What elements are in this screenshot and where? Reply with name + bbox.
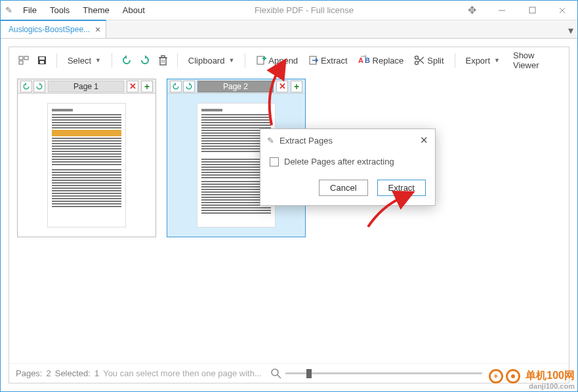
- svg-text:B: B: [365, 56, 370, 64]
- close-button[interactable]: [547, 1, 577, 20]
- toolbar: Select▼ Clipboard▼ Append Extract ABRepl…: [9, 47, 569, 73]
- checkbox-icon[interactable]: [270, 157, 279, 167]
- separator: [245, 53, 245, 68]
- watermark-logo-icon: +: [489, 369, 520, 383]
- dialog-icon: ✎: [267, 136, 274, 146]
- page-label: Page 2: [197, 81, 274, 92]
- window-controls: ✥: [457, 1, 577, 20]
- separator: [56, 53, 57, 68]
- add-page-icon[interactable]: +: [141, 81, 153, 92]
- add-page-icon[interactable]: +: [291, 81, 302, 92]
- tab-label: Auslogics-BoostSpee...: [9, 25, 90, 34]
- extract-confirm-button[interactable]: Extract: [377, 180, 426, 196]
- show-viewer-button[interactable]: Show Viewer: [509, 49, 562, 71]
- replace-button[interactable]: ABReplace: [354, 54, 408, 67]
- delete-after-checkbox[interactable]: Delete Pages after extracting: [270, 157, 426, 167]
- delete-page-icon[interactable]: ✕: [276, 81, 288, 92]
- svg-rect-1: [529, 7, 535, 13]
- content-area: Select▼ Clipboard▼ Append Extract ABRepl…: [1, 39, 577, 391]
- tab-close-icon[interactable]: ×: [95, 24, 100, 35]
- svg-rect-9: [40, 61, 44, 64]
- svg-rect-5: [24, 56, 28, 60]
- chevron-down-icon: ▼: [95, 57, 101, 64]
- selected-label: Selected:: [55, 368, 91, 378]
- svg-rect-15: [257, 56, 264, 64]
- thumbnail-header: Page 2 ✕ +: [167, 79, 305, 94]
- thumbnail-area: Page 1 ✕ +: [9, 73, 569, 363]
- chevron-down-icon: ▼: [494, 57, 500, 64]
- watermark-text: 单机100网: [526, 370, 575, 381]
- split-button[interactable]: Split: [410, 54, 447, 67]
- separator: [112, 53, 112, 68]
- separator: [177, 53, 178, 68]
- status-bar: Pages: 2 Selected: 1 You can select more…: [9, 363, 569, 383]
- work-panel: Select▼ Clipboard▼ Append Extract ABRepl…: [9, 47, 569, 383]
- thumbnail-preview: [18, 94, 155, 237]
- rotate-cw-icon[interactable]: [137, 54, 153, 67]
- svg-rect-6: [19, 61, 23, 64]
- rotate-cw-icon[interactable]: [33, 81, 45, 92]
- svg-rect-4: [19, 56, 23, 60]
- extract-button[interactable]: Extract: [304, 54, 351, 67]
- app-icon: ✎: [1, 5, 16, 15]
- svg-rect-12: [161, 56, 165, 58]
- menu-about[interactable]: About: [116, 5, 152, 15]
- append-button[interactable]: Append: [252, 54, 302, 67]
- dialog-titlebar: ✎ Extract Pages ✕: [260, 129, 435, 151]
- trash-icon[interactable]: [155, 54, 171, 67]
- menu-tools[interactable]: Tools: [43, 5, 76, 15]
- rotate-ccw-icon[interactable]: [170, 81, 182, 92]
- pages-count: 2: [46, 368, 51, 378]
- dialog-close-icon[interactable]: ✕: [420, 134, 428, 146]
- svg-point-25: [272, 369, 278, 376]
- svg-rect-8: [39, 57, 45, 60]
- replace-icon: AB: [358, 56, 370, 65]
- magnifier-icon: [271, 368, 281, 379]
- separator: [455, 53, 455, 68]
- rotate-cw-icon[interactable]: [183, 81, 195, 92]
- append-icon: [256, 55, 266, 66]
- tab-bar: Auslogics-BoostSpee... × ▾: [1, 20, 577, 39]
- window-title: Flexible PDF - Full license: [152, 5, 457, 15]
- page-thumbnail[interactable]: Page 1 ✕ +: [17, 79, 156, 237]
- save-icon[interactable]: [34, 54, 50, 67]
- rotate-ccw-icon[interactable]: [20, 81, 32, 92]
- zoom-handle[interactable]: [306, 369, 312, 378]
- menu-theme[interactable]: Theme: [76, 5, 115, 15]
- watermark: + 单机100网 danji100.com: [489, 369, 575, 390]
- svg-rect-10: [160, 58, 166, 65]
- main-window: ✎ File Tools Theme About Flexible PDF - …: [0, 0, 578, 392]
- status-hint: You can select more then one page with..…: [103, 368, 262, 378]
- clipboard-button[interactable]: Clipboard▼: [184, 54, 239, 67]
- export-button[interactable]: Export▼: [461, 54, 504, 67]
- menu-bar: File Tools Theme About: [16, 5, 152, 15]
- rotate-ccw-icon[interactable]: [119, 54, 134, 67]
- chevron-down-icon: ▼: [228, 57, 234, 64]
- menu-file[interactable]: File: [16, 5, 43, 15]
- page-label: Page 1: [48, 81, 124, 92]
- extract-icon: [308, 55, 318, 66]
- layout-icon-1[interactable]: [16, 54, 31, 67]
- svg-line-26: [278, 375, 281, 378]
- minimize-button[interactable]: [487, 1, 517, 20]
- pages-label: Pages:: [16, 368, 42, 378]
- svg-text:A: A: [358, 56, 363, 64]
- thumbnail-header: Page 1 ✕ +: [18, 79, 155, 94]
- delete-page-icon[interactable]: ✕: [127, 81, 138, 92]
- checkbox-label: Delete Pages after extracting: [284, 157, 394, 167]
- select-button[interactable]: Select▼: [64, 54, 105, 67]
- title-bar: ✎ File Tools Theme About Flexible PDF - …: [1, 1, 577, 20]
- dialog-title: Extract Pages: [279, 136, 333, 146]
- zoom-control[interactable]: [271, 368, 482, 379]
- zoom-slider[interactable]: [285, 372, 482, 374]
- tab-overflow-icon[interactable]: ▾: [568, 24, 573, 37]
- move-icon[interactable]: ✥: [457, 1, 487, 20]
- document-tab[interactable]: Auslogics-BoostSpee... ×: [1, 20, 106, 38]
- scissors-icon: [414, 55, 424, 66]
- cancel-button[interactable]: Cancel: [319, 180, 367, 196]
- maximize-button[interactable]: [517, 1, 547, 20]
- extract-dialog: ✎ Extract Pages ✕ Delete Pages after ext…: [260, 128, 436, 206]
- selected-count: 1: [94, 368, 99, 378]
